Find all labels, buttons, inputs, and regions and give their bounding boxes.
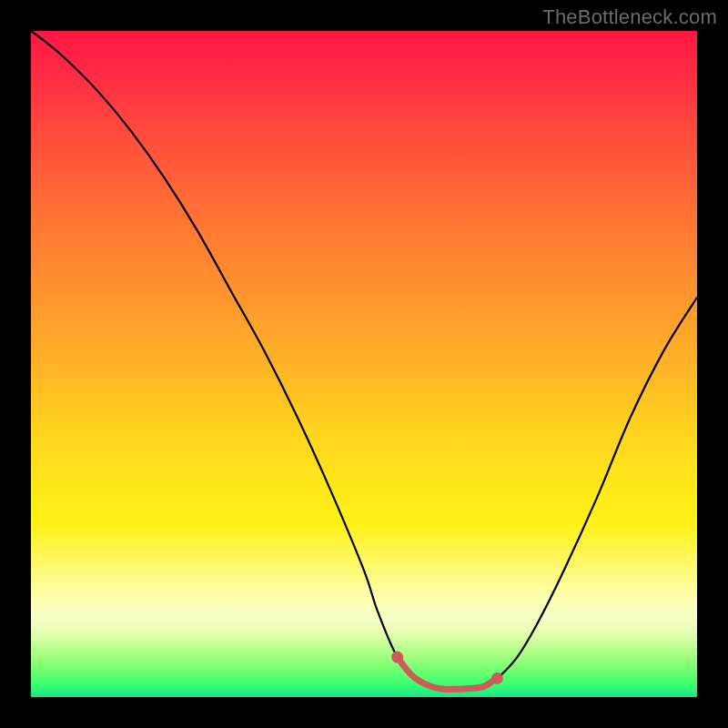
watermark-label: TheBottleneck.com — [542, 5, 717, 29]
highlight-endpoint-dot — [491, 672, 503, 684]
curve-svg — [31, 31, 697, 697]
bottleneck-curve — [31, 31, 697, 690]
highlight-endpoint-dot — [391, 652, 403, 663]
highlight-segment — [398, 657, 498, 689]
chart-frame: TheBottleneck.com — [0, 0, 728, 728]
plot-area — [31, 31, 697, 697]
